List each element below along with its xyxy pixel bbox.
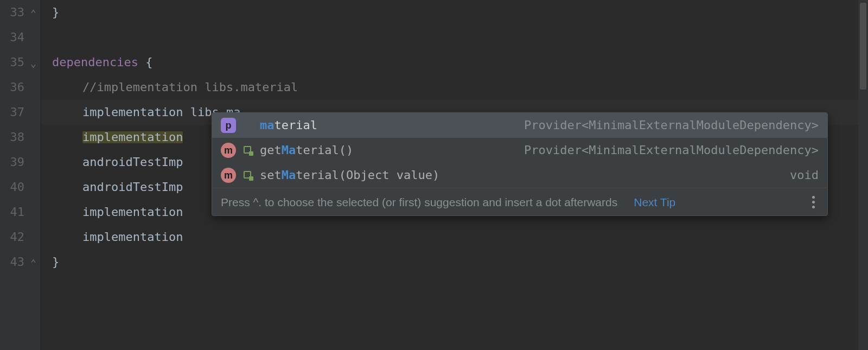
brace-close: } <box>52 256 59 268</box>
code-line[interactable]: implementation <box>82 200 183 225</box>
next-tip-link[interactable]: Next Tip <box>634 196 675 208</box>
completion-name: getMaterial() <box>260 144 353 156</box>
brace-close: } <box>52 7 59 18</box>
kebab-menu-icon[interactable] <box>808 196 819 208</box>
gutter-line-number: 43⌃ <box>0 250 41 275</box>
read-write-icon <box>244 171 252 180</box>
fold-end-icon[interactable]: ⌃ <box>30 9 36 18</box>
completion-footer: Press ^. to choose the selected (or firs… <box>212 188 827 215</box>
code-line[interactable]: } <box>52 0 59 25</box>
stmt-keyword: implementation <box>82 106 183 118</box>
property-icon: p <box>221 118 236 133</box>
code-line[interactable]: androidTestImp <box>82 150 183 175</box>
completion-type: Provider<MinimalExternalModuleDependency… <box>524 119 819 131</box>
code-line[interactable]: androidTestImp <box>82 175 183 200</box>
completion-item[interactable]: msetMaterial(Object value)void <box>212 163 827 188</box>
code-line[interactable]: } <box>52 250 59 275</box>
stmt-partial: implementation <box>82 206 183 218</box>
gutter: 33⌃3435⌄3637383940414243⌃ <box>0 0 41 350</box>
gutter-line-number: 42 <box>0 225 41 250</box>
editor-root: 33⌃3435⌄3637383940414243⌃ }dependencies … <box>0 0 868 350</box>
comment: //implementation libs.material <box>82 81 298 93</box>
dependencies-keyword: dependencies <box>52 56 138 68</box>
method-icon: m <box>221 143 236 158</box>
brace-open: { <box>138 56 153 68</box>
scrollbar-thumb[interactable] <box>860 3 866 90</box>
gutter-line-number: 36 <box>0 75 41 100</box>
stmt-partial: androidTestImp <box>82 181 183 193</box>
completion-type: Provider<MinimalExternalModuleDependency… <box>524 144 819 156</box>
completion-item[interactable]: pmaterialProvider<MinimalExternalModuleD… <box>212 113 827 138</box>
completion-item[interactable]: mgetMaterial()Provider<MinimalExternalMo… <box>212 138 827 163</box>
completion-name: setMaterial(Object value) <box>260 169 439 181</box>
scrollbar-vertical[interactable] <box>858 0 868 350</box>
gutter-line-number: 41 <box>0 200 41 225</box>
fold-end-icon[interactable]: ⌃ <box>30 258 36 268</box>
stmt-partial: implementation <box>82 231 183 243</box>
gutter-line-number: 33⌃ <box>0 0 41 25</box>
fold-start-icon[interactable]: ⌄ <box>30 59 36 68</box>
stmt-partial: androidTestImp <box>82 156 183 168</box>
gutter-line-number: 38 <box>0 125 41 150</box>
gutter-line-number: 35⌄ <box>0 50 41 75</box>
gutter-line-number: 37 <box>0 100 41 125</box>
code-line[interactable]: dependencies { <box>52 50 152 75</box>
read-write-icon <box>244 146 252 155</box>
code-line[interactable]: implementation <box>82 225 183 250</box>
completion-name: material <box>260 119 317 131</box>
code-line[interactable]: //implementation libs.material <box>82 75 298 100</box>
gutter-line-number: 34 <box>0 25 41 50</box>
completion-hint: Press ^. to choose the selected (or firs… <box>221 196 617 208</box>
gutter-line-number: 40 <box>0 175 41 200</box>
gutter-line-number: 39 <box>0 150 41 175</box>
code-line[interactable]: implementation <box>82 125 183 150</box>
completion-popup[interactable]: pmaterialProvider<MinimalExternalModuleD… <box>212 112 828 216</box>
stmt-keyword-highlighted: implementation <box>82 131 183 143</box>
method-icon: m <box>221 168 236 183</box>
completion-type: void <box>790 169 819 181</box>
